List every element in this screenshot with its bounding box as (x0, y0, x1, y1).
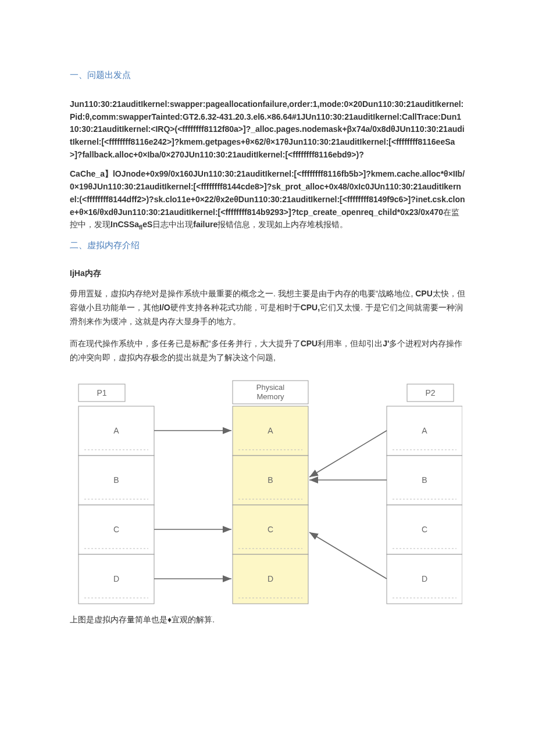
document-page: 一、问题出发点 Jun110:30:21auditIkernel:swapper… (0, 0, 535, 661)
log-tail-b3: failure (193, 220, 217, 229)
p2-bold-2: J' (383, 339, 389, 348)
section-1-heading: 一、问题出发点 (70, 70, 465, 81)
p2-bold-1: CPU (301, 339, 318, 348)
log-tail-2: 日志中出现 (152, 220, 193, 229)
p2-label: P2 (425, 388, 435, 397)
section-2-heading: 二、虚拟内存介绍 (70, 240, 465, 251)
p1-cell-a: A (113, 426, 119, 435)
p2-cell-b: B (422, 475, 427, 485)
kernel-log-2-text: CaChe_a】lOJnode+0x99/0x160JUn110:30:21au… (70, 169, 465, 216)
p1-bold-2: I/O (159, 303, 170, 312)
pm-cell-b: B (268, 475, 273, 485)
memory-svg: P1 A B C D Physical Memory A (70, 378, 462, 611)
p1-bold-1: CPU (415, 289, 433, 298)
p1-text-3: 硬件支持各种花式功能，可是相时于 (170, 303, 301, 312)
memory-diagram: P1 A B C D Physical Memory A (70, 378, 465, 626)
paragraph-1: 毋用置疑，虚拟内存绝对是操作系统中最重要的概念之一. 我想主要是由于内存的电要“… (70, 287, 465, 328)
arrow-p2d-pm (309, 532, 387, 579)
p2-column: P2 A B C D (387, 384, 462, 604)
log-tail-b1: InCSSa (110, 220, 139, 229)
p1-cell-d: D (113, 574, 119, 583)
p2-text-1: 而在现代操作系统中，多任务已是标配“多任务并行，大大提升了 (70, 339, 301, 348)
pm-title-2: Memory (257, 392, 284, 401)
arrow-p2a-pm (309, 431, 387, 477)
pm-cell-c: C (268, 525, 273, 534)
p1-bold-3: CPU, (301, 303, 320, 312)
p1-column: P1 A B C D (79, 384, 154, 604)
kernel-log-block-1: Jun110:30:21auditIkernel:swapper:pageall… (70, 98, 465, 161)
p2-cell-a: A (422, 426, 427, 435)
p2-cell-d: D (422, 574, 427, 583)
p2-text-2: 利用率，但却引出 (318, 339, 383, 348)
pm-cell-a: A (268, 426, 273, 435)
p1-cell-c: C (113, 525, 119, 534)
diagram-caption: 上图是虚拟内存量简单也是♦宜观的解算. (70, 613, 465, 626)
pm-cell-d: D (268, 574, 273, 583)
p2-cell-c: C (422, 525, 427, 534)
log-tail-3: 报错信息，发现如上内存堆栈报错。 (217, 220, 348, 229)
log-tail-b2: eS (142, 220, 152, 229)
pm-title-1: Physical (256, 383, 285, 392)
physical-memory-column: Physical Memory A B C D (233, 381, 308, 604)
section-2-subheading: IjHa内存 (70, 268, 465, 279)
p1-label: P1 (97, 388, 106, 397)
p1-cell-b: B (113, 475, 119, 485)
paragraph-2: 而在现代操作系统中，多任务已是标配“多任务并行，大大提升了CPU利用率，但却引出… (70, 337, 465, 365)
p1-text-1: 毋用置疑，虚拟内存绝对是操作系统中最重要的概念之一. 我想主要是由于内存的电要“… (70, 289, 415, 298)
kernel-log-block-2: CaChe_a】lOJnode+0x99/0x160JUn110:30:21au… (70, 168, 465, 232)
